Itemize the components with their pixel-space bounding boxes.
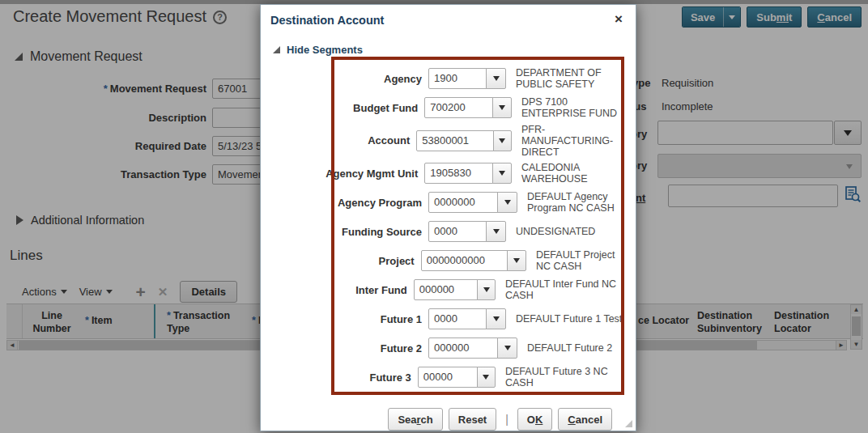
segment-description: DEFAULT Inter Fund NC CASH bbox=[505, 278, 627, 301]
future-3-input[interactable]: 00000 bbox=[418, 367, 478, 388]
funding-source-dropdown-button[interactable] bbox=[486, 221, 506, 242]
segment-label: Project bbox=[261, 255, 421, 267]
segment-row-account: Account 53800001 PFR-MANUFACTURING-DIREC… bbox=[261, 122, 627, 159]
agency-mgmt-unit-dropdown-button[interactable] bbox=[492, 163, 512, 184]
search-label-pre: Sea bbox=[398, 414, 416, 426]
destination-account-dialog: Destination Account × Hide Segments Agen… bbox=[260, 4, 636, 431]
segment-description: DPS 7100 ENTERPRISE FUND bbox=[521, 96, 627, 119]
future-1-dropdown-button[interactable] bbox=[486, 308, 506, 329]
chevron-down-icon bbox=[493, 229, 500, 234]
cancel-label-key: C bbox=[568, 414, 575, 426]
close-icon[interactable]: × bbox=[615, 11, 623, 28]
chevron-down-icon bbox=[483, 287, 490, 292]
segment-description: PFR-MANUFACTURING-DIRECT bbox=[521, 124, 627, 158]
segment-row-agency: Agency 1900 DEPARTMENT OF PUBLIC SAFETY bbox=[261, 64, 627, 93]
agency-dropdown-button[interactable] bbox=[486, 68, 506, 89]
project-dropdown-button[interactable] bbox=[507, 250, 526, 271]
segment-label: Agency Mgmt Unit bbox=[261, 168, 424, 180]
segment-row-future-1: Future 1 0000 DEFAULT Future 1 Test bbox=[261, 304, 627, 333]
segment-label: Account bbox=[261, 134, 416, 146]
agency-program-dropdown-button[interactable] bbox=[497, 192, 517, 213]
chevron-down-icon bbox=[499, 105, 505, 110]
segment-description: CALEDONIA WAREHOUSE bbox=[521, 162, 627, 185]
future-2-dropdown-button[interactable] bbox=[497, 337, 517, 359]
segment-label: Funding Source bbox=[261, 226, 428, 238]
inter-fund-input[interactable]: 000000 bbox=[414, 279, 478, 300]
button-separator: | bbox=[505, 413, 508, 426]
future-3-dropdown-button[interactable] bbox=[477, 367, 496, 388]
agency-mgmt-unit-input[interactable]: 1905830 bbox=[424, 163, 492, 184]
chevron-down-icon bbox=[493, 316, 500, 321]
segment-description: DEFAULT Project NC CASH bbox=[536, 249, 627, 272]
chevron-down-icon bbox=[483, 375, 489, 380]
segment-label: Future 1 bbox=[261, 313, 428, 325]
segment-description: DEFAULT Future 1 Test bbox=[516, 313, 622, 325]
hide-segments-label: Hide Segments bbox=[287, 44, 363, 56]
segment-description: DEPARTMENT OF PUBLIC SAFETY bbox=[516, 67, 609, 90]
dialog-title: Destination Account bbox=[270, 14, 384, 27]
dialog-footer: Search Reset | OK Cancel bbox=[261, 408, 612, 431]
segment-label: Budget Fund bbox=[261, 102, 424, 114]
search-label-post: ch bbox=[421, 414, 433, 426]
segment-label: Future 2 bbox=[261, 342, 428, 354]
budget-fund-input[interactable]: 700200 bbox=[424, 97, 492, 118]
segment-row-inter-fund: Inter Fund 000000 DEFAULT Inter Fund NC … bbox=[261, 275, 627, 304]
segment-description: DEFAULT Agency Program NC CASH bbox=[527, 191, 623, 214]
cancel-label-post: ancel bbox=[576, 414, 602, 426]
resize-grip[interactable] bbox=[625, 420, 632, 427]
inter-fund-dropdown-button[interactable] bbox=[477, 279, 496, 300]
chevron-down-icon bbox=[504, 346, 511, 350]
segments-form: Agency 1900 DEPARTMENT OF PUBLIC SAFETY … bbox=[261, 64, 627, 392]
segment-row-budget-fund: Budget Fund 700200 DPS 7100 ENTERPRISE F… bbox=[261, 93, 627, 122]
agency-input[interactable]: 1900 bbox=[428, 68, 487, 89]
segment-row-funding-source: Funding Source 0000 UNDESIGNATED bbox=[261, 217, 627, 246]
account-input[interactable]: 53800001 bbox=[416, 130, 493, 151]
segment-row-agency-program: Agency Program 0000000 DEFAULT Agency Pr… bbox=[261, 188, 627, 217]
segment-label: Agency Program bbox=[261, 197, 428, 209]
funding-source-input[interactable]: 0000 bbox=[428, 221, 487, 242]
ok-button[interactable]: OK bbox=[517, 408, 553, 431]
segment-description: DEFAULT Future 2 bbox=[527, 342, 612, 354]
project-input[interactable]: 0000000000 bbox=[421, 250, 508, 271]
chevron-down-icon bbox=[513, 258, 520, 263]
chevron-down-icon bbox=[499, 138, 505, 143]
reset-button[interactable]: Reset bbox=[449, 408, 496, 431]
ok-label-pre: O bbox=[527, 414, 535, 426]
chevron-down-icon bbox=[493, 76, 500, 81]
segment-description: DEFAULT Future 3 NC CASH bbox=[505, 366, 627, 388]
segment-row-agency-mgmt-unit: Agency Mgmt Unit 1905830 CALEDONIA WAREH… bbox=[261, 159, 627, 188]
screen: Create Movement Request? Save Submit Can… bbox=[0, 0, 868, 433]
segment-description: UNDESIGNATED bbox=[516, 226, 595, 237]
chevron-down-icon bbox=[504, 200, 511, 205]
budget-fund-dropdown-button[interactable] bbox=[492, 97, 512, 118]
hide-segments-toggle[interactable]: Hide Segments bbox=[273, 44, 363, 56]
expanded-triangle-icon bbox=[273, 46, 280, 53]
segment-label: Agency bbox=[261, 73, 428, 85]
segment-label: Inter Fund bbox=[261, 284, 414, 296]
segment-label: Future 3 bbox=[261, 371, 418, 384]
agency-program-input[interactable]: 0000000 bbox=[428, 192, 498, 213]
account-dropdown-button[interactable] bbox=[493, 130, 512, 151]
chevron-down-icon bbox=[499, 171, 505, 176]
future-2-input[interactable]: 000000 bbox=[428, 337, 498, 359]
search-button[interactable]: Search bbox=[388, 408, 442, 431]
segment-row-project: Project 0000000000 DEFAULT Project NC CA… bbox=[261, 246, 627, 275]
ok-label-key: K bbox=[535, 414, 542, 426]
dialog-cancel-button[interactable]: Cancel bbox=[558, 408, 612, 431]
segment-row-future-3: Future 3 00000 DEFAULT Future 3 NC CASH bbox=[261, 363, 627, 392]
segment-row-future-2: Future 2 000000 DEFAULT Future 2 bbox=[261, 333, 627, 363]
future-1-input[interactable]: 0000 bbox=[428, 308, 487, 329]
